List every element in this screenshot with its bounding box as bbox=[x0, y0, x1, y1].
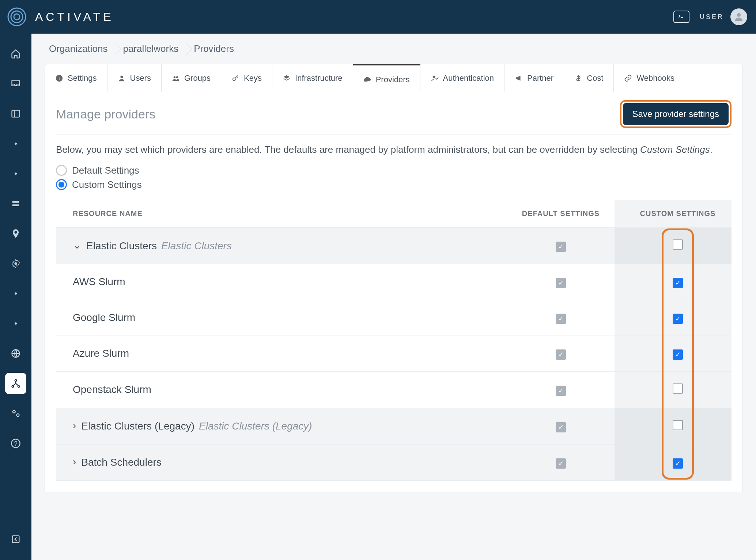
checkbox-custom-off[interactable] bbox=[673, 239, 683, 250]
tab-groups[interactable]: Groups bbox=[162, 64, 221, 92]
svg-point-12 bbox=[13, 410, 15, 413]
tab-label: Users bbox=[130, 73, 151, 83]
table-group-row: ›Elastic Clusters (Legacy)Elastic Cluste… bbox=[56, 408, 732, 444]
tab-label: Authentication bbox=[443, 73, 494, 83]
checkbox-custom-on[interactable]: ✓ bbox=[673, 314, 683, 324]
svg-point-2 bbox=[14, 14, 20, 20]
breadcrumb-item[interactable]: Organizations bbox=[42, 39, 116, 58]
checkbox-default-on: ✓ bbox=[556, 349, 566, 360]
nav-gears[interactable] bbox=[5, 403, 26, 424]
radio-custom-label: Custom Settings bbox=[72, 179, 142, 190]
tab-keys[interactable]: Keys bbox=[221, 64, 272, 92]
nav-home[interactable] bbox=[5, 43, 26, 64]
tab-providers[interactable]: Providers bbox=[353, 64, 420, 92]
table-row: AWS Slurm✓✓ bbox=[56, 264, 732, 300]
row-subtitle: Elastic Clusters (Legacy) bbox=[199, 420, 312, 432]
tab-infrastructure[interactable]: Infrastructure bbox=[272, 64, 353, 92]
breadcrumb-item[interactable]: Providers bbox=[187, 39, 243, 58]
radio-custom[interactable]: Custom Settings bbox=[56, 179, 732, 190]
svg-text:i: i bbox=[59, 75, 60, 81]
svg-point-7 bbox=[15, 262, 17, 265]
nav-dot-4[interactable] bbox=[5, 313, 26, 334]
content-header: Manage providers Save provider settings bbox=[56, 100, 732, 135]
checkbox-default-on: ✓ bbox=[556, 458, 566, 469]
description-suffix: . bbox=[710, 144, 712, 155]
chevron-down-icon: ⌄ bbox=[73, 239, 81, 251]
svg-rect-6 bbox=[12, 204, 19, 206]
nav-location[interactable] bbox=[5, 223, 26, 244]
terminal-button[interactable] bbox=[673, 11, 689, 23]
nav-inbox[interactable] bbox=[5, 73, 26, 94]
radio-custom-input[interactable] bbox=[56, 179, 67, 190]
layers-icon bbox=[283, 74, 291, 82]
tab-webhooks[interactable]: Webhooks bbox=[614, 64, 685, 92]
logo-icon bbox=[7, 7, 27, 27]
nav-collapse[interactable] bbox=[5, 529, 26, 550]
topbar: ACTIVATE USER bbox=[0, 0, 756, 34]
svg-point-11 bbox=[18, 386, 20, 387]
table-group-row: ⌄Elastic ClustersElastic Clusters✓ bbox=[56, 227, 732, 264]
description-em: Custom Settings bbox=[640, 144, 710, 155]
radio-default-input[interactable] bbox=[56, 165, 67, 176]
tab-label: Keys bbox=[244, 73, 262, 83]
checkbox-default-on: ✓ bbox=[556, 386, 566, 396]
row-name: AWS Slurm bbox=[73, 276, 125, 287]
user-check-icon bbox=[431, 74, 439, 82]
megaphone-icon bbox=[515, 74, 523, 82]
nav-globe[interactable] bbox=[5, 343, 26, 364]
svg-rect-5 bbox=[12, 201, 19, 203]
avatar[interactable] bbox=[730, 8, 747, 25]
tab-label: Infrastructure bbox=[295, 73, 343, 83]
nav-panel[interactable] bbox=[5, 103, 26, 124]
svg-point-10 bbox=[12, 386, 14, 387]
tab-settings[interactable]: iSettings bbox=[45, 64, 107, 92]
svg-point-23 bbox=[432, 75, 435, 78]
tab-cost[interactable]: Cost bbox=[564, 64, 614, 92]
checkbox-default-on: ✓ bbox=[556, 278, 566, 288]
radio-default[interactable]: Default Settings bbox=[56, 165, 732, 176]
row-name[interactable]: Elastic Clusters bbox=[86, 240, 157, 251]
checkbox-custom-off[interactable] bbox=[673, 383, 683, 394]
save-button[interactable]: Save provider settings bbox=[623, 103, 729, 125]
nav-dot-2[interactable] bbox=[5, 163, 26, 184]
th-default: DEFAULT SETTINGS bbox=[498, 200, 615, 228]
dollar-icon bbox=[574, 74, 582, 82]
svg-point-3 bbox=[737, 13, 741, 17]
th-custom: CUSTOM SETTINGS bbox=[615, 200, 732, 228]
brand: ACTIVATE bbox=[7, 7, 114, 27]
row-name[interactable]: Batch Schedulers bbox=[81, 457, 161, 468]
svg-point-21 bbox=[176, 76, 178, 78]
checkbox-custom-off[interactable] bbox=[673, 420, 683, 430]
nav-dot-1[interactable] bbox=[5, 133, 26, 154]
checkbox-custom-on[interactable]: ✓ bbox=[673, 278, 683, 288]
row-name: Google Slurm bbox=[73, 312, 135, 323]
row-name[interactable]: Elastic Clusters (Legacy) bbox=[81, 420, 194, 432]
chevron-right-icon: › bbox=[73, 456, 76, 468]
tab-label: Groups bbox=[184, 73, 211, 83]
checkbox-custom-on[interactable]: ✓ bbox=[673, 458, 683, 469]
user-icon bbox=[118, 74, 126, 82]
nav-server[interactable] bbox=[5, 193, 26, 214]
svg-point-13 bbox=[16, 414, 19, 416]
table-group-row: ›Batch Schedulers✓✓ bbox=[56, 444, 732, 480]
cloud-icon bbox=[363, 76, 371, 84]
svg-point-19 bbox=[120, 75, 123, 78]
nav-dot-3[interactable] bbox=[5, 283, 26, 304]
th-name: RESOURCE NAME bbox=[56, 200, 498, 228]
nav-cog[interactable] bbox=[5, 253, 26, 274]
checkbox-default-on: ✓ bbox=[556, 422, 566, 432]
tab-label: Cost bbox=[587, 73, 603, 83]
key-icon bbox=[231, 74, 239, 82]
breadcrumb-item[interactable]: parallelworks bbox=[116, 39, 187, 58]
nav-org[interactable] bbox=[5, 373, 26, 394]
checkbox-custom-on[interactable]: ✓ bbox=[673, 349, 683, 360]
group-icon bbox=[172, 74, 180, 82]
tab-partner[interactable]: Partner bbox=[504, 64, 564, 92]
tab-authentication[interactable]: Authentication bbox=[420, 64, 504, 92]
nav-help[interactable]: ? bbox=[5, 433, 26, 454]
tab-users[interactable]: Users bbox=[107, 64, 162, 92]
tabs: iSettingsUsersGroupsKeysInfrastructurePr… bbox=[45, 64, 743, 92]
brand-text: ACTIVATE bbox=[35, 10, 114, 24]
breadcrumb: Organizations parallelworks Providers bbox=[31, 34, 756, 64]
tab-label: Partner bbox=[527, 73, 553, 83]
